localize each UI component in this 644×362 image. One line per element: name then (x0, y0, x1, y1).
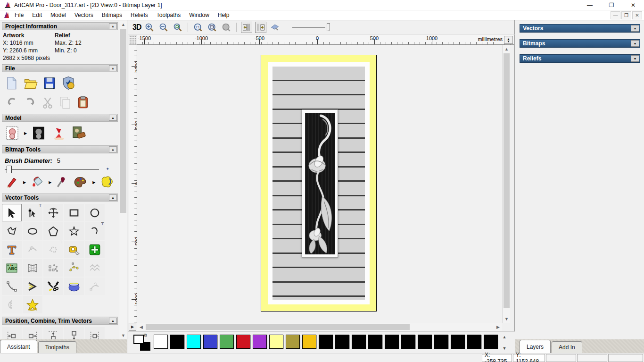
colour-swatch[interactable] (170, 335, 184, 349)
create-polyline-tool[interactable] (2, 222, 22, 240)
scroll-up-icon[interactable]: ▲ (119, 20, 127, 28)
scrollbar-thumb[interactable] (120, 29, 126, 213)
restore-button[interactable]: ❐ (601, 0, 622, 10)
scroll-down-icon[interactable]: ▼ (503, 315, 511, 323)
scrollbar-thumb[interactable] (504, 53, 510, 308)
create-text-tool[interactable] (2, 241, 22, 258)
expand-button[interactable]: ▼ (631, 25, 639, 32)
document-icon[interactable] (3, 11, 10, 19)
colour-swatch[interactable] (187, 335, 201, 349)
colour-swatch[interactable] (253, 335, 267, 349)
slider-handle[interactable] (327, 23, 330, 31)
section-bitmap-tools[interactable]: Bitmap Tools ▲ (2, 145, 118, 153)
redo-icon[interactable] (23, 96, 37, 109)
create-arc-tool[interactable]: ⊤ (85, 222, 105, 240)
flyout-arrow[interactable]: ▶ (24, 131, 27, 135)
create-polygon-tool[interactable] (43, 222, 63, 240)
menu-model[interactable]: Model (46, 11, 70, 19)
3d-view-button[interactable]: 3D (132, 23, 141, 32)
open-file-icon[interactable] (23, 76, 38, 90)
ruler-corner[interactable] (129, 35, 137, 45)
zoom-out-icon[interactable] (158, 22, 169, 33)
offset-vectors-tool[interactable]: ⊤ (43, 241, 63, 258)
tab-add-in[interactable]: Add In (552, 341, 582, 353)
undo-icon[interactable] (5, 96, 19, 109)
menu-file[interactable]: File (10, 11, 28, 19)
zoom-in-icon[interactable] (144, 22, 155, 33)
save-file-icon[interactable] (42, 76, 57, 90)
section-reliefs[interactable]: Reliefs ▼ (520, 54, 640, 63)
primary-colour[interactable] (133, 335, 144, 344)
slider-thumb[interactable] (7, 166, 12, 173)
section-model[interactable]: Model ▲ (2, 114, 118, 122)
colour-swatch[interactable] (368, 335, 382, 349)
zoom-1to1-icon[interactable]: 1:1 (192, 22, 204, 33)
smooth-vectors-tool[interactable] (85, 278, 105, 295)
paint-icon[interactable] (5, 176, 19, 188)
close-button[interactable]: ✕ (622, 0, 644, 10)
palette-scroll-up-icon[interactable]: ▲ (500, 333, 509, 341)
colour-swatch[interactable] (385, 335, 399, 349)
model-check-icon[interactable] (61, 76, 76, 91)
scroll-right-icon[interactable]: ▶ (494, 323, 502, 331)
colour-swatch[interactable] (286, 335, 300, 349)
brush-diameter-slider[interactable]: ✦ (5, 169, 99, 170)
section-bitmaps[interactable]: Bitmaps ▼ (520, 39, 640, 48)
transform-vectors-tool[interactable] (43, 204, 63, 221)
expand-button[interactable]: ▼ (631, 55, 639, 62)
tab-assistant[interactable]: Assistant (0, 340, 37, 353)
join-vectors-tool[interactable] (23, 278, 42, 295)
colour-swatch[interactable] (352, 335, 366, 349)
scroll-up-icon[interactable]: ▲ (503, 45, 511, 53)
menu-bitmaps[interactable]: Bitmaps (98, 11, 126, 19)
envelope-distortion-tool[interactable] (23, 259, 42, 277)
layer-preview-icon[interactable] (269, 22, 281, 33)
texture-relief-icon[interactable] (71, 126, 87, 141)
cut-icon[interactable] (41, 96, 54, 109)
wrap-text-round-curve-tool[interactable] (23, 241, 42, 258)
bitmap-layer-next-icon[interactable] (255, 22, 266, 33)
text-in-box-tool[interactable]: ABC (2, 259, 22, 277)
scroll-down-icon[interactable]: ▼ (119, 331, 127, 339)
mdi-close-button[interactable]: ✕ (632, 11, 642, 19)
colour-swatch[interactable] (434, 335, 448, 349)
scrollbar-thumb[interactable] (146, 324, 410, 330)
colour-swatch[interactable] (302, 335, 316, 349)
flyout-arrow[interactable]: ▶ (92, 180, 95, 185)
mirror-vectors-tool[interactable] (2, 296, 22, 313)
collapse-button[interactable]: ▲ (109, 65, 117, 71)
colour-swatch[interactable] (220, 335, 234, 349)
collapse-button[interactable]: ▲ (109, 146, 117, 152)
select-vectors-tool[interactable] (2, 204, 22, 221)
section-vector-tools[interactable]: Vector Tools ▲ (2, 194, 118, 202)
new-model-icon[interactable] (5, 76, 19, 90)
tab-toolpaths[interactable]: Toolpaths (38, 341, 76, 353)
palette-icon[interactable] (72, 176, 88, 189)
zoom-fit-icon[interactable] (206, 22, 218, 33)
colour-swatch[interactable] (154, 335, 168, 349)
paste-along-curve-tool[interactable] (64, 259, 84, 277)
paste-vector-tool[interactable] (85, 241, 105, 258)
assistant-scrollbar[interactable]: ▲ ▼ (119, 20, 127, 339)
menu-window[interactable]: Window (185, 11, 214, 19)
adjust-model-icon[interactable] (31, 125, 46, 141)
vector-texture-tool[interactable] (85, 259, 105, 277)
trim-vectors-tool[interactable] (43, 278, 63, 295)
collapse-button[interactable]: ▲ (109, 23, 117, 29)
colour-swatch[interactable] (269, 335, 283, 349)
align-centre-tool[interactable] (85, 327, 105, 339)
align-left-tool[interactable] (2, 327, 22, 339)
align-right-tool[interactable] (23, 327, 42, 339)
primary-secondary-colour-well[interactable]: ⧉ (133, 335, 149, 351)
measure-tool[interactable] (64, 241, 84, 258)
section-position-combine-trim[interactable]: Position, Combine, Trim Vectors ▲ (2, 317, 118, 325)
collapse-button[interactable]: ▲ (109, 194, 117, 201)
collapse-button[interactable]: ▲ (109, 115, 117, 121)
node-editing-tool[interactable]: ⊤ (23, 204, 42, 221)
contrast-slider[interactable] (292, 23, 330, 32)
menu-help[interactable]: Help (214, 11, 234, 19)
set-model-size-icon[interactable] (5, 125, 20, 141)
create-ellipse-tool[interactable] (23, 222, 42, 240)
collapse-button[interactable]: ▲ (109, 318, 117, 324)
zoom-previous-icon[interactable] (172, 22, 183, 33)
